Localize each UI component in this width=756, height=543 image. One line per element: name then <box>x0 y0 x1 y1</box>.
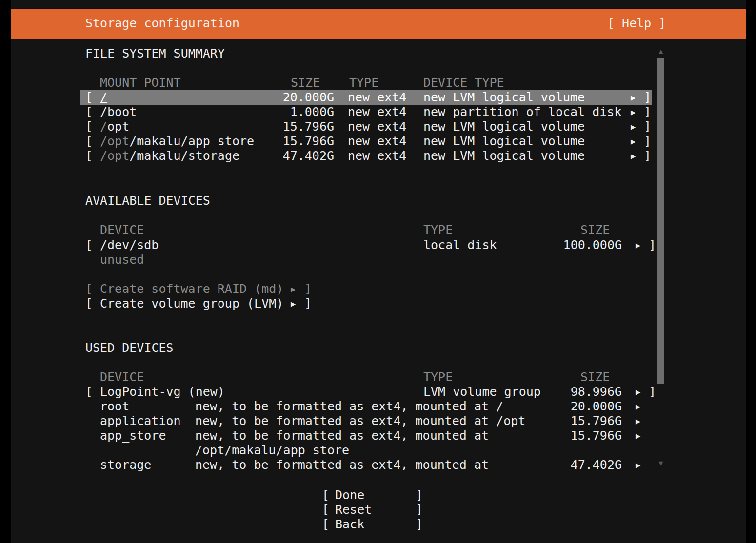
column-device: DEVICE <box>100 370 144 385</box>
close-bracket: ] <box>416 503 423 517</box>
expand-arrow-icon[interactable]: ▶ <box>631 119 636 134</box>
close-bracket: ] <box>644 134 651 149</box>
type-value: new ext4 <box>348 105 406 119</box>
expand-arrow-icon[interactable]: ▶ <box>631 149 636 163</box>
device-type-value: new LVM logical volume <box>423 90 585 105</box>
help-button[interactable]: [ Help ] <box>607 9 666 38</box>
expand-arrow-icon[interactable]: ▶ <box>636 428 640 443</box>
done-button[interactable]: [ Done ] <box>0 488 756 503</box>
table-row-lv-storage[interactable]: storage new, to be formatted as ext4, mo… <box>0 458 756 472</box>
expand-arrow-icon[interactable]: ▶ <box>631 105 636 119</box>
close-bracket: ] <box>644 149 651 163</box>
close-bracket: ] <box>644 119 651 134</box>
expand-arrow-icon[interactable]: ▶ <box>636 238 640 252</box>
column-size: SIZE <box>580 223 610 237</box>
device-type-value: new partition of local disk <box>423 105 621 119</box>
volume-description: new, to be formatted as ext4, mounted at… <box>195 414 525 428</box>
expand-arrow-icon[interactable]: ▶ <box>636 414 640 428</box>
open-bracket: [ <box>85 119 93 134</box>
open-bracket: [ <box>85 296 93 311</box>
open-bracket: [ <box>85 282 93 296</box>
mount-point-value: /opt/makalu/storage <box>100 149 239 163</box>
table-row-lv-app-store-path: /opt/makalu/app_store <box>0 443 756 458</box>
expand-arrow-icon[interactable]: ▶ <box>636 458 640 472</box>
table-row-mount-storage[interactable]: [ /opt/makalu/storage 47.402G new ext4 n… <box>0 149 756 163</box>
device-type-value: local disk <box>423 238 497 252</box>
close-bracket: ] <box>416 517 423 532</box>
open-bracket: [ <box>85 90 93 105</box>
table-row-mount-opt[interactable]: [ /opt 15.796G new ext4 new LVM logical … <box>0 119 756 134</box>
expand-arrow-icon[interactable]: ▶ <box>631 134 636 149</box>
scroll-down-icon[interactable]: ▼ <box>657 459 665 467</box>
size-value: 15.796G <box>532 414 622 428</box>
open-bracket: [ <box>85 238 93 252</box>
close-bracket: ] <box>644 90 651 105</box>
close-bracket: ] <box>644 105 651 119</box>
back-button[interactable]: [ Back ] <box>0 517 756 532</box>
table-row-mount-boot[interactable]: [ /boot 1.000G new ext4 new partition of… <box>0 105 756 119</box>
size-value: 20.000G <box>254 90 334 105</box>
size-value: 47.402G <box>254 149 334 163</box>
open-bracket: [ <box>322 517 329 532</box>
available-devices-heading: AVAILABLE DEVICES <box>0 194 756 208</box>
expand-arrow-icon[interactable]: ▶ <box>631 90 636 105</box>
close-bracket: ] <box>416 488 423 503</box>
column-type: TYPE <box>349 76 378 90</box>
table-row-lv-root[interactable]: root new, to be formatted as ext4, mount… <box>0 399 756 414</box>
table-row-mount-app-store[interactable]: [ /opt/makalu/app_store 15.796G new ext4… <box>0 134 756 149</box>
size-value: 47.402G <box>532 458 622 472</box>
scroll-up-icon[interactable]: ▲ <box>657 47 665 55</box>
volume-name: storage <box>100 458 151 472</box>
open-bracket: [ <box>322 488 329 503</box>
device-usage-note: unused <box>0 252 756 267</box>
expand-arrow-icon[interactable]: ▶ <box>636 399 640 414</box>
size-value: 15.796G <box>254 134 334 149</box>
device-type-value: new LVM logical volume <box>423 134 585 149</box>
open-bracket: [ <box>85 134 93 149</box>
used-devices-heading: USED DEVICES <box>0 341 756 355</box>
close-bracket: ] <box>649 385 656 399</box>
type-value: new ext4 <box>348 119 406 134</box>
expand-arrow-icon[interactable]: ▶ <box>636 385 640 399</box>
reset-button[interactable]: [ Reset ] <box>0 503 756 517</box>
used-devices-column-headers: DEVICE TYPE SIZE <box>0 370 756 385</box>
button-label: Done <box>335 488 364 503</box>
close-bracket: ] <box>304 282 312 296</box>
open-bracket: [ <box>85 149 93 163</box>
device-type-value: new LVM logical volume <box>423 149 585 163</box>
create-volume-group-button[interactable]: [ Create volume group (LVM) ▶ ] <box>0 296 756 311</box>
size-value: 15.796G <box>254 119 334 134</box>
open-bracket: [ <box>322 503 329 517</box>
page-title: Storage configuration <box>85 9 239 38</box>
table-row-mount-root[interactable]: [ / 20.000G new ext4 new LVM logical vol… <box>0 90 756 105</box>
device-type-value: LVM volume group <box>423 385 541 399</box>
table-row-volume-group[interactable]: [ LogPoint-vg (new) LVM volume group 98.… <box>0 385 756 399</box>
scrollbar-thumb[interactable] <box>657 58 664 384</box>
table-row-lv-app-store[interactable]: app_store new, to be formatted as ext4, … <box>0 428 756 443</box>
open-bracket: [ <box>85 105 93 119</box>
column-type: TYPE <box>423 223 453 237</box>
column-device-type: DEVICE TYPE <box>423 76 504 90</box>
device-name: /dev/sdb <box>100 238 159 252</box>
size-value: 1.000G <box>254 105 334 119</box>
mount-point-value: /boot <box>100 105 137 119</box>
table-row-device-sdb[interactable]: [ /dev/sdb local disk 100.000G ▶ ] <box>0 238 756 252</box>
size-value: 98.996G <box>532 385 622 399</box>
size-value: 15.796G <box>532 428 622 443</box>
title-bar: Storage configuration [ Help ] <box>11 8 746 39</box>
mount-point-value: / <box>100 90 107 105</box>
filesystem-summary-column-headers: MOUNT POINT SIZE TYPE DEVICE TYPE <box>0 76 756 90</box>
table-row-lv-application[interactable]: application new, to be formatted as ext4… <box>0 414 756 428</box>
volume-mount-path: /opt/makalu/app_store <box>195 443 349 458</box>
open-bracket: [ <box>85 385 93 399</box>
expand-arrow-icon: ▶ <box>291 282 296 296</box>
size-value: 100.000G <box>532 238 622 252</box>
mount-point-value: /opt/makalu/app_store <box>100 134 254 149</box>
column-size: SIZE <box>291 76 320 90</box>
volume-description: new, to be formatted as ext4, mounted at… <box>195 399 503 414</box>
button-label: Reset <box>335 503 372 517</box>
expand-arrow-icon[interactable]: ▶ <box>291 296 296 311</box>
volume-name: root <box>100 399 129 414</box>
available-devices-column-headers: DEVICE TYPE SIZE <box>0 223 756 237</box>
mount-point-value: /opt <box>100 119 129 134</box>
